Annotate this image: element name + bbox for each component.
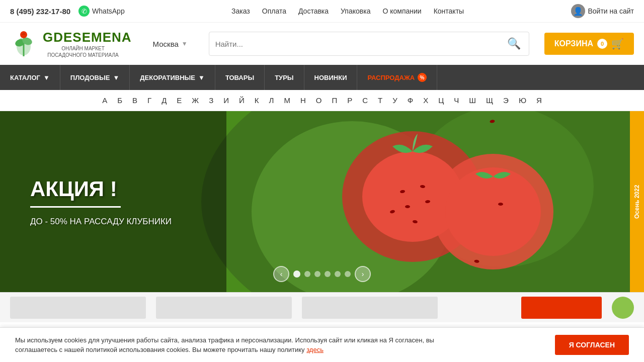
slider-dot-2[interactable] [304, 271, 310, 277]
search-icon: 🔍 [507, 37, 521, 50]
alpha-т[interactable]: Т [373, 94, 387, 107]
alpha-с[interactable]: С [357, 94, 373, 107]
svg-point-13 [405, 205, 410, 208]
chevron-down-icon: ▼ [113, 74, 119, 81]
cart-label: КОРЗИНА [554, 39, 593, 48]
nav-fruit[interactable]: ПЛОДОВЫЕ ▼ [60, 65, 130, 90]
alpha-щ[interactable]: Щ [481, 94, 498, 107]
logo-area[interactable]: GDESEMENA ОНЛАЙН МАРКЕТ ПОСАДОЧНОГО МАТЕ… [10, 29, 132, 59]
search-button[interactable]: 🔍 [505, 35, 523, 52]
phone-number[interactable]: 8 (495) 232-17-80 [10, 7, 70, 16]
alpha-в[interactable]: В [127, 94, 142, 107]
cart-icon: 🛒 [611, 38, 624, 50]
strip-item-3 [302, 297, 438, 319]
whatsapp-icon: ✆ [78, 6, 90, 17]
nav-contacts[interactable]: Контакты [434, 7, 464, 15]
svg-point-10 [362, 151, 463, 242]
alpha-ж[interactable]: Ж [187, 94, 204, 107]
logo-row: GDESEMENA ОНЛАЙН МАРКЕТ ПОСАДОЧНОГО МАТЕ… [0, 23, 644, 65]
svg-point-17 [445, 167, 541, 256]
whatsapp-label: WhatsApp [92, 7, 125, 15]
slider-dot-3[interactable] [314, 271, 320, 277]
alpha-у[interactable]: У [387, 94, 403, 107]
whatsapp-link[interactable]: ✆ WhatsApp [78, 6, 125, 17]
nav-goods[interactable]: ТОВАРЫ [215, 65, 265, 90]
nav-catalog[interactable]: КАТАЛОГ ▼ [0, 65, 60, 90]
alpha-е[interactable]: Е [172, 94, 187, 107]
slider-prev-button[interactable]: ‹ [273, 266, 289, 282]
login-label: Войти на сайт [588, 7, 634, 15]
nav-payment[interactable]: Оплата [262, 7, 286, 15]
chevron-down-icon: ▼ [43, 74, 50, 81]
alpha-д[interactable]: Д [156, 94, 172, 107]
strip-item-1 [10, 297, 146, 319]
nav-packaging[interactable]: Упаковка [341, 7, 370, 15]
logo-subtitle: ОНЛАЙН МАРКЕТ ПОСАДОЧНОГО МАТЕРИАЛА [43, 45, 123, 58]
alpha-ф[interactable]: Ф [403, 94, 418, 107]
top-bar: 8 (495) 232-17-80 ✆ WhatsApp Заказ Оплат… [0, 0, 644, 23]
alpha-х[interactable]: Х [418, 94, 433, 107]
top-bar-left: 8 (495) 232-17-80 ✆ WhatsApp [10, 6, 125, 17]
nav-decorative[interactable]: ДЕКОРАТИВНЫЕ ▼ [130, 65, 215, 90]
nav-tours[interactable]: ТУРЫ [265, 65, 304, 90]
alpha-nav: А Б В Г Д Е Ж З И Й К Л М Н О П Р С Т У … [0, 90, 644, 111]
alpha-ш[interactable]: Ш [464, 94, 481, 107]
slider-dot-5[interactable] [335, 271, 341, 277]
cart-badge: 0 [597, 39, 607, 49]
alpha-п[interactable]: П [327, 94, 342, 107]
alpha-ц[interactable]: Ц [433, 94, 449, 107]
sale-badge: % [418, 73, 427, 82]
top-nav: Заказ Оплата Доставка Упаковка О компани… [231, 7, 464, 15]
cart-button[interactable]: КОРЗИНА 0 🛒 [544, 33, 634, 55]
nav-order[interactable]: Заказ [231, 7, 250, 15]
alpha-и[interactable]: И [218, 94, 234, 107]
alpha-э[interactable]: Э [498, 94, 514, 107]
nav-delivery[interactable]: Доставка [298, 7, 329, 15]
hero-title: АКЦИЯ ! [30, 177, 172, 201]
alpha-й[interactable]: Й [234, 94, 250, 107]
alpha-р[interactable]: Р [342, 94, 357, 107]
alpha-ч[interactable]: Ч [449, 94, 464, 107]
strip-button[interactable] [521, 297, 602, 319]
logo-brand: GDESEMENA [43, 30, 132, 45]
alpha-г[interactable]: Г [142, 94, 156, 107]
search-input[interactable] [215, 40, 505, 48]
slider-controls: ‹ › [273, 266, 371, 282]
logo-icon [10, 29, 38, 59]
alpha-к[interactable]: К [250, 94, 264, 107]
alpha-б[interactable]: Б [112, 94, 127, 107]
city-selector[interactable]: Москва ▼ [147, 37, 194, 51]
slider-dot-6[interactable] [345, 271, 351, 277]
nav-sale[interactable]: РАСПРОДАЖА % [357, 65, 437, 90]
city-label: Москва [153, 40, 179, 48]
alpha-а[interactable]: А [97, 94, 112, 107]
alpha-з[interactable]: З [204, 94, 218, 107]
strip-round-button[interactable] [612, 297, 634, 319]
hero-divider [30, 206, 121, 208]
hero-subtitle: ДО - 50% НА РАССАДУ КЛУБНИКИ [30, 217, 172, 227]
side-label: Осень 2022 [630, 111, 644, 292]
search-bar: 🔍 [209, 32, 529, 56]
alpha-я[interactable]: Я [531, 94, 547, 107]
bottom-strip [0, 292, 644, 322]
alpha-м[interactable]: М [279, 94, 295, 107]
slider-dot-1[interactable] [293, 270, 300, 278]
login-button[interactable]: 👤 Войти на сайт [571, 4, 634, 18]
slider-next-button[interactable]: › [355, 266, 371, 282]
hero-slide: АКЦИЯ ! ДО - 50% НА РАССАДУ КЛУБНИКИ [0, 111, 644, 292]
slider-dot-4[interactable] [325, 271, 331, 277]
logo-text-block: GDESEMENA ОНЛАЙН МАРКЕТ ПОСАДОЧНОГО МАТЕ… [43, 30, 132, 58]
chevron-down-icon: ▼ [182, 40, 188, 47]
alpha-о[interactable]: О [311, 94, 327, 107]
strip-item-2 [156, 297, 292, 319]
nav-new[interactable]: НОВИНКИ [304, 65, 358, 90]
alpha-н[interactable]: Н [295, 94, 311, 107]
hero-slider: АКЦИЯ ! ДО - 50% НА РАССАДУ КЛУБНИКИ ‹ ›… [0, 111, 644, 292]
user-icon: 👤 [571, 4, 585, 18]
alpha-ю[interactable]: Ю [514, 94, 531, 107]
hero-content: АКЦИЯ ! ДО - 50% НА РАССАДУ КЛУБНИКИ [0, 157, 202, 247]
svg-point-19 [498, 203, 503, 206]
alpha-л[interactable]: Л [264, 94, 279, 107]
nav-about[interactable]: О компании [382, 7, 421, 15]
chevron-down-icon: ▼ [198, 74, 205, 81]
